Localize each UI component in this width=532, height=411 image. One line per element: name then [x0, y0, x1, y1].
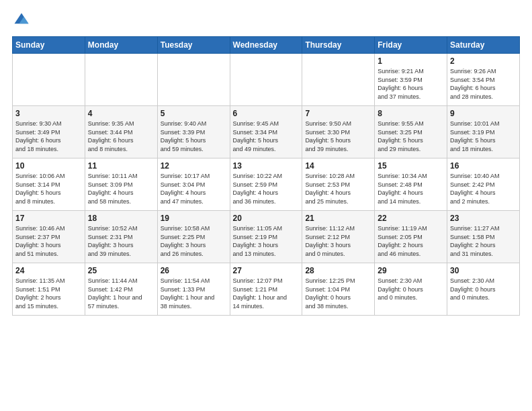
calendar-week-row: 17Sunrise: 10:46 AM Sunset: 2:37 PM Dayl…	[13, 211, 520, 263]
day-number: 5	[161, 109, 227, 118]
day-number: 14	[305, 161, 371, 171]
calendar-cell: 8Sunrise: 9:55 AM Sunset: 3:25 PM Daylig…	[375, 106, 447, 158]
day-number: 10	[15, 161, 82, 171]
weekday-header: Tuesday	[157, 37, 230, 54]
day-info: Sunrise: 9:21 AM Sunset: 3:59 PM Dayligh…	[378, 67, 444, 101]
day-info: Sunrise: 9:35 AM Sunset: 3:44 PM Dayligh…	[88, 120, 154, 153]
day-info: Sunrise: 10:01 AM Sunset: 3:19 PM Daylig…	[450, 120, 517, 153]
calendar-cell: 29Sunset: 2:30 AM Daylight: 0 hours and …	[375, 263, 447, 316]
calendar-cell: 21Sunrise: 11:12 AM Sunset: 2:12 PM Dayl…	[302, 211, 375, 263]
day-info: Sunrise: 10:11 AM Sunset: 3:09 PM Daylig…	[88, 172, 154, 205]
calendar-cell: 27Sunrise: 12:07 PM Sunset: 1:21 PM Dayl…	[230, 263, 302, 316]
calendar-cell	[85, 54, 157, 106]
calendar-cell: 15Sunrise: 10:34 AM Sunset: 2:48 PM Dayl…	[375, 158, 447, 211]
calendar-cell: 9Sunrise: 10:01 AM Sunset: 3:19 PM Dayli…	[447, 106, 520, 158]
page: SundayMondayTuesdayWednesdayThursdayFrid…	[0, 0, 532, 322]
calendar-table: SundayMondayTuesdayWednesdayThursdayFrid…	[12, 36, 520, 316]
day-number: 7	[305, 109, 371, 118]
day-number: 21	[305, 214, 371, 223]
day-info: Sunset: 2:30 AM Daylight: 0 hours and 0 …	[450, 277, 517, 302]
calendar-cell: 13Sunrise: 10:22 AM Sunset: 2:59 PM Dayl…	[230, 158, 302, 211]
calendar-cell	[302, 54, 375, 106]
day-info: Sunrise: 9:30 AM Sunset: 3:49 PM Dayligh…	[15, 120, 82, 153]
day-number: 19	[161, 214, 227, 223]
calendar-week-row: 24Sunrise: 11:35 AM Sunset: 1:51 PM Dayl…	[13, 263, 520, 316]
calendar-cell: 1Sunrise: 9:21 AM Sunset: 3:59 PM Daylig…	[375, 54, 447, 106]
day-info: Sunrise: 10:06 AM Sunset: 3:14 PM Daylig…	[15, 172, 82, 205]
day-number: 22	[378, 214, 444, 223]
day-info: Sunset: 2:30 AM Daylight: 0 hours and 0 …	[378, 277, 444, 302]
day-number: 13	[233, 161, 300, 171]
day-number: 9	[450, 109, 517, 118]
day-info: Sunrise: 12:07 PM Sunset: 1:21 PM Daylig…	[233, 277, 300, 310]
calendar-cell	[157, 54, 230, 106]
day-number: 1	[378, 56, 444, 66]
calendar-cell: 11Sunrise: 10:11 AM Sunset: 3:09 PM Dayl…	[85, 158, 157, 211]
calendar-cell: 23Sunrise: 11:27 AM Sunset: 1:58 PM Dayl…	[447, 211, 520, 263]
day-number: 2	[450, 56, 517, 66]
calendar-cell: 3Sunrise: 9:30 AM Sunset: 3:49 PM Daylig…	[13, 106, 85, 158]
day-info: Sunrise: 10:17 AM Sunset: 3:04 PM Daylig…	[161, 172, 227, 205]
day-number: 11	[88, 161, 154, 171]
day-info: Sunrise: 11:19 AM Sunset: 2:05 PM Daylig…	[378, 224, 444, 258]
day-number: 17	[15, 214, 82, 223]
day-info: Sunrise: 11:44 AM Sunset: 1:42 PM Daylig…	[88, 277, 154, 310]
day-info: Sunrise: 9:55 AM Sunset: 3:25 PM Dayligh…	[378, 120, 444, 153]
day-info: Sunrise: 10:34 AM Sunset: 2:48 PM Daylig…	[378, 172, 444, 205]
day-number: 4	[88, 109, 154, 118]
day-info: Sunrise: 11:05 AM Sunset: 2:19 PM Daylig…	[233, 224, 300, 258]
calendar-cell: 10Sunrise: 10:06 AM Sunset: 3:14 PM Dayl…	[13, 158, 85, 211]
calendar-cell: 5Sunrise: 9:40 AM Sunset: 3:39 PM Daylig…	[157, 106, 230, 158]
day-number: 3	[15, 109, 82, 118]
weekday-header: Sunday	[13, 37, 85, 54]
day-info: Sunrise: 10:40 AM Sunset: 2:42 PM Daylig…	[450, 172, 517, 205]
day-number: 24	[15, 266, 82, 275]
day-number: 27	[233, 266, 300, 275]
calendar-cell: 18Sunrise: 10:52 AM Sunset: 2:31 PM Dayl…	[85, 211, 157, 263]
calendar-cell	[230, 54, 302, 106]
day-number: 15	[378, 161, 444, 171]
calendar-cell: 4Sunrise: 9:35 AM Sunset: 3:44 PM Daylig…	[85, 106, 157, 158]
calendar-cell: 16Sunrise: 10:40 AM Sunset: 2:42 PM Dayl…	[447, 158, 520, 211]
day-info: Sunrise: 9:45 AM Sunset: 3:34 PM Dayligh…	[233, 120, 300, 153]
logo-icon	[12, 11, 31, 30]
calendar-cell: 2Sunrise: 9:26 AM Sunset: 3:54 PM Daylig…	[447, 54, 520, 106]
day-number: 23	[450, 214, 517, 223]
weekday-header: Thursday	[302, 37, 375, 54]
calendar-cell: 22Sunrise: 11:19 AM Sunset: 2:05 PM Dayl…	[375, 211, 447, 263]
day-info: Sunrise: 12:25 PM Sunset: 1:04 PM Daylig…	[305, 277, 371, 310]
weekday-header: Saturday	[447, 37, 520, 54]
calendar-cell: 7Sunrise: 9:50 AM Sunset: 3:30 PM Daylig…	[302, 106, 375, 158]
weekday-header: Friday	[375, 37, 447, 54]
calendar-cell: 14Sunrise: 10:28 AM Sunset: 2:53 PM Dayl…	[302, 158, 375, 211]
calendar-cell: 20Sunrise: 11:05 AM Sunset: 2:19 PM Dayl…	[230, 211, 302, 263]
day-number: 25	[88, 266, 154, 275]
day-number: 26	[161, 266, 227, 275]
calendar-cell: 12Sunrise: 10:17 AM Sunset: 3:04 PM Dayl…	[157, 158, 230, 211]
calendar-week-row: 1Sunrise: 9:21 AM Sunset: 3:59 PM Daylig…	[13, 54, 520, 106]
calendar-cell	[13, 54, 85, 106]
calendar-week-row: 10Sunrise: 10:06 AM Sunset: 3:14 PM Dayl…	[13, 158, 520, 211]
weekday-header: Monday	[85, 37, 157, 54]
day-number: 30	[450, 266, 517, 275]
day-info: Sunrise: 10:58 AM Sunset: 2:25 PM Daylig…	[161, 224, 227, 258]
calendar-cell: 25Sunrise: 11:44 AM Sunset: 1:42 PM Dayl…	[85, 263, 157, 316]
day-info: Sunrise: 9:50 AM Sunset: 3:30 PM Dayligh…	[305, 120, 371, 153]
calendar-cell: 26Sunrise: 11:54 AM Sunset: 1:33 PM Dayl…	[157, 263, 230, 316]
day-number: 28	[305, 266, 371, 275]
calendar-cell: 6Sunrise: 9:45 AM Sunset: 3:34 PM Daylig…	[230, 106, 302, 158]
day-number: 8	[378, 109, 444, 118]
logo	[12, 11, 32, 30]
day-info: Sunrise: 11:35 AM Sunset: 1:51 PM Daylig…	[15, 277, 82, 310]
calendar-cell: 19Sunrise: 10:58 AM Sunset: 2:25 PM Dayl…	[157, 211, 230, 263]
header-row: SundayMondayTuesdayWednesdayThursdayFrid…	[13, 37, 520, 54]
day-info: Sunrise: 9:26 AM Sunset: 3:54 PM Dayligh…	[450, 67, 517, 101]
day-info: Sunrise: 9:40 AM Sunset: 3:39 PM Dayligh…	[161, 120, 227, 153]
calendar-week-row: 3Sunrise: 9:30 AM Sunset: 3:49 PM Daylig…	[13, 106, 520, 158]
header	[12, 11, 520, 30]
calendar-cell: 30Sunset: 2:30 AM Daylight: 0 hours and …	[447, 263, 520, 316]
day-number: 20	[233, 214, 300, 223]
day-number: 29	[378, 266, 444, 275]
day-info: Sunrise: 10:52 AM Sunset: 2:31 PM Daylig…	[88, 224, 154, 258]
day-info: Sunrise: 10:46 AM Sunset: 2:37 PM Daylig…	[15, 224, 82, 258]
